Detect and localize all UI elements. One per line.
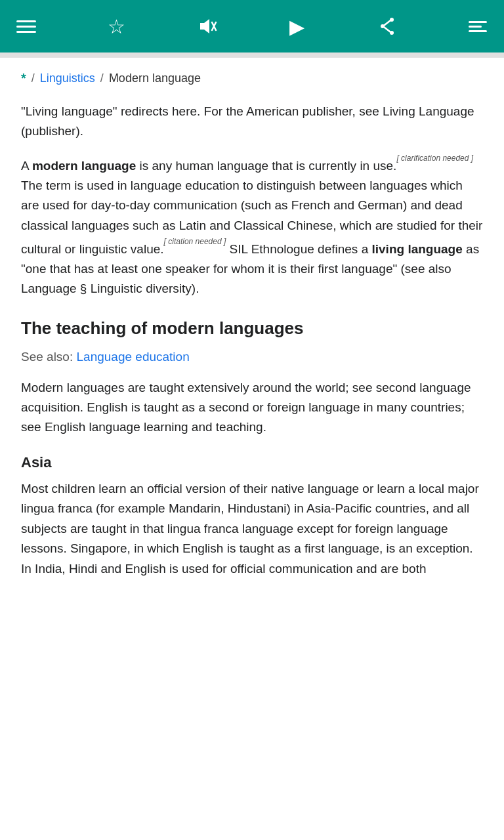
see-also-link[interactable]: Language education bbox=[77, 350, 190, 364]
redirect-notice: "Living language" redirects here. For th… bbox=[21, 102, 483, 142]
breadcrumb-home[interactable]: * bbox=[21, 71, 26, 86]
intro-paragraph: A modern language is any human language … bbox=[21, 152, 483, 299]
play-icon[interactable]: ▶ bbox=[282, 10, 313, 42]
breadcrumb-sep2: / bbox=[100, 72, 104, 85]
svg-line-7 bbox=[385, 28, 390, 32]
section-heading-teaching: The teaching of modern languages bbox=[21, 315, 483, 343]
share-icon[interactable] bbox=[371, 10, 403, 42]
section1-body: Modern languages are taught extensively … bbox=[21, 378, 483, 438]
intro-text-b: is any human language that is currently … bbox=[136, 158, 396, 172]
see-also-language-education: See also: Language education bbox=[21, 347, 483, 367]
bold-living-language: living language bbox=[371, 242, 462, 256]
sub-heading-asia: Asia bbox=[21, 451, 483, 474]
breadcrumb-link-linguistics[interactable]: Linguistics bbox=[40, 72, 95, 85]
breadcrumb-sep1: / bbox=[32, 72, 35, 85]
separator bbox=[0, 52, 504, 58]
main-content: "Living language" redirects here. For th… bbox=[0, 96, 504, 610]
bold-modern-language: modern language bbox=[32, 158, 136, 172]
intro-text-a: A bbox=[21, 158, 32, 172]
breadcrumb-current-page: Modern language bbox=[109, 72, 201, 85]
citation-2: [ citation needed ] bbox=[164, 239, 226, 250]
breadcrumb: * / Linguistics / Modern language bbox=[0, 58, 504, 96]
mute-icon[interactable] bbox=[191, 10, 222, 42]
toolbar: ☆ ▶ bbox=[0, 0, 504, 52]
more-menu-icon[interactable] bbox=[462, 10, 494, 42]
section2-body: Most children learn an official version … bbox=[21, 479, 483, 579]
svg-marker-0 bbox=[200, 19, 209, 33]
svg-line-6 bbox=[385, 21, 390, 26]
star-icon[interactable]: ☆ bbox=[101, 10, 133, 42]
menu-icon[interactable] bbox=[10, 10, 42, 42]
citation-1: [ clarification needed ] bbox=[396, 156, 473, 167]
